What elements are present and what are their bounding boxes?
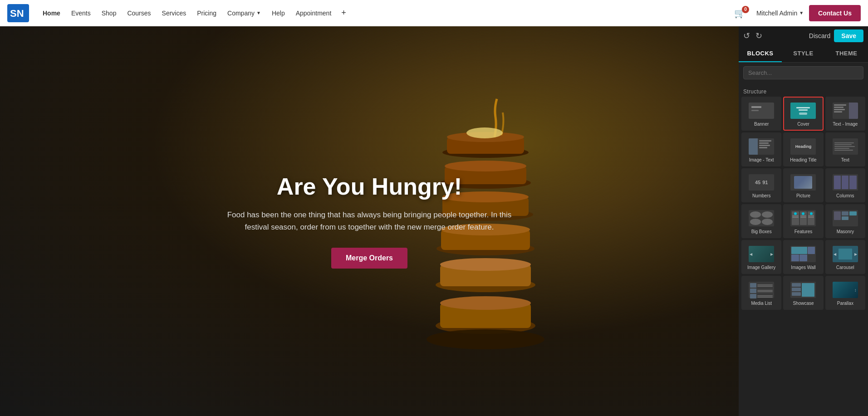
panel-actions: Discard Save [809,29,863,42]
images-wall-preview [790,245,816,263]
blocks-grid: Banner Cover [741,97,865,310]
block-media-list[interactable]: Media List [741,276,781,310]
site-logo[interactable]: SN [7,4,29,22]
cover-preview [790,102,816,120]
text-image-preview [832,102,858,120]
block-image-gallery-label: Image Gallery [747,265,775,270]
hero-title: Are You Hungry! [220,174,519,200]
text-preview [832,137,858,156]
tab-theme[interactable]: THEME [825,45,868,62]
numbers-preview: 45 91 [748,173,775,191]
block-picture-label: Picture [796,193,810,199]
block-image-text[interactable]: Image - Text [741,132,781,166]
cart-badge: 0 [742,6,749,13]
parallax-preview [832,281,858,299]
user-menu[interactable]: Mitchell Admin ▼ [751,7,809,20]
nav-links: Home Events Shop Courses Services Pricin… [38,5,729,20]
block-text-image[interactable]: Text - Image [825,97,865,131]
block-masonry-label: Masonry [837,229,854,235]
tab-style[interactable]: STYLE [782,45,825,62]
block-heading-title-label: Heading Title [790,157,816,163]
carousel-preview [832,245,858,263]
svg-point-16 [445,161,526,171]
image-text-preview [748,137,775,156]
nav-shop[interactable]: Shop [97,7,121,20]
user-chevron-icon: ▼ [799,10,804,15]
block-heading-title[interactable]: Heading Heading Title [783,132,823,166]
nav-company[interactable]: Company ▼ [223,7,265,20]
block-text[interactable]: Text [825,132,865,166]
block-images-wall[interactable]: Images Wall [783,240,823,274]
block-columns[interactable]: Columns [825,168,865,202]
block-features[interactable]: Features [783,204,823,238]
showcase-preview [790,281,816,299]
picture-preview [790,173,816,191]
block-carousel-label: Carousel [836,265,854,270]
block-cover-label: Cover [797,122,809,127]
save-button[interactable]: Save [834,29,863,42]
heading-title-preview: Heading [790,137,816,156]
svg-point-20 [466,127,503,138]
features-preview [790,209,816,227]
svg-point-21 [427,329,544,349]
nav-courses[interactable]: Courses [123,7,155,20]
block-columns-label: Columns [836,193,854,199]
tab-blocks[interactable]: BLOCKS [739,45,782,62]
block-image-text-label: Image - Text [749,157,774,163]
panel-content: Structure Banner [739,83,868,416]
media-list-preview [748,281,775,299]
structure-label: Structure [741,86,865,97]
block-image-gallery[interactable]: Image Gallery [741,240,781,274]
big-boxes-preview [748,209,775,227]
svg-point-4 [440,296,531,310]
nav-appointment[interactable]: Appointment [291,7,336,20]
block-parallax[interactable]: Parallax [825,276,865,310]
navbar: SN Home Events Shop Courses Services Pri… [0,0,868,26]
block-carousel[interactable]: Carousel [825,240,865,274]
svg-text:SN: SN [10,8,24,19]
user-name: Mitchell Admin [756,10,797,17]
block-numbers[interactable]: 45 91 Numbers [741,168,781,202]
hero-subtitle: Food has been the one thing that has alw… [220,209,519,233]
blocks-panel: ↺ ↻ Discard Save BLOCKS STYLE THEME Stru… [739,26,868,416]
block-text-image-label: Text - Image [833,122,858,127]
discard-button[interactable]: Discard [809,32,830,39]
columns-preview [832,173,858,191]
panel-tabs: BLOCKS STYLE THEME [739,45,868,63]
nav-events[interactable]: Events [67,7,95,20]
block-masonry[interactable]: Masonry [825,204,865,238]
banner-preview [748,102,775,120]
masonry-preview [832,209,858,227]
hero-section: Are You Hungry! Food has been the one th… [0,26,739,416]
panel-topbar: ↺ ↻ Discard Save [739,26,868,45]
block-parallax-label: Parallax [837,301,853,306]
block-picture[interactable]: Picture [783,168,823,202]
panel-history-controls: ↺ ↻ [743,31,762,41]
redo-icon[interactable]: ↻ [755,31,762,41]
nav-pricing[interactable]: Pricing [192,7,221,20]
undo-icon[interactable]: ↺ [743,31,750,41]
block-big-boxes-label: Big Boxes [751,229,772,235]
image-gallery-preview [748,245,775,263]
nav-home[interactable]: Home [38,7,65,20]
nav-add-button[interactable]: + [338,5,350,20]
block-text-label: Text [841,157,849,163]
merge-orders-button[interactable]: Merge Orders [331,248,407,269]
block-showcase[interactable]: Showcase [783,276,823,310]
blocks-search-input[interactable] [743,66,863,79]
contact-us-button[interactable]: Contact Us [809,5,861,21]
main-area: Are You Hungry! Food has been the one th… [0,26,868,416]
block-big-boxes[interactable]: Big Boxes [741,204,781,238]
block-images-wall-label: Images Wall [791,265,816,270]
company-chevron-icon: ▼ [256,10,261,15]
cart-button[interactable]: 🛒 0 [729,5,751,21]
nav-help[interactable]: Help [267,7,289,20]
block-features-label: Features [794,229,812,235]
block-banner[interactable]: Banner [741,97,781,131]
block-showcase-label: Showcase [793,301,814,306]
hero-content: Are You Hungry! Food has been the one th… [211,174,528,269]
block-numbers-label: Numbers [752,193,771,199]
nav-services[interactable]: Services [157,7,191,20]
block-media-list-label: Media List [751,301,772,306]
block-cover[interactable]: Cover [783,97,823,131]
